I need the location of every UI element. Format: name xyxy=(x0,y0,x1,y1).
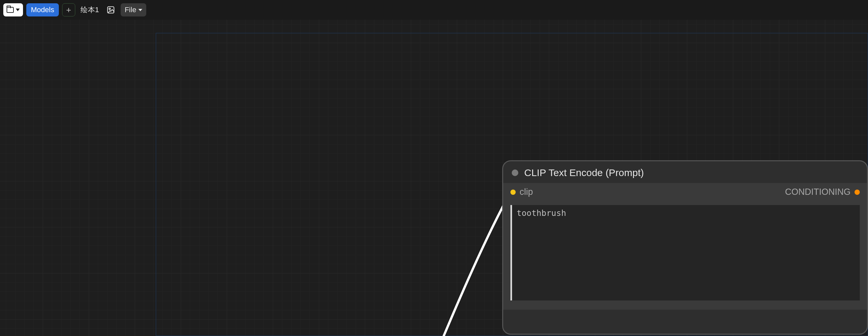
workflow-tab[interactable]: 绘本1 xyxy=(79,3,101,17)
workflow-tab-label: 绘本1 xyxy=(81,5,99,15)
svg-point-1 xyxy=(109,8,111,9)
port-dot-icon xyxy=(510,190,516,195)
node-output-conditioning[interactable]: CONDITIONING xyxy=(785,187,860,197)
port-label: CONDITIONING xyxy=(785,187,851,197)
node-input-clip[interactable]: clip xyxy=(510,187,533,197)
node-title: CLIP Text Encode (Prompt) xyxy=(524,167,644,178)
image-icon xyxy=(106,6,115,14)
models-label: Models xyxy=(31,6,54,14)
chevron-down-icon xyxy=(16,8,20,11)
chevron-down-icon xyxy=(138,9,142,11)
folder-menu-button[interactable] xyxy=(3,3,23,17)
port-dot-icon xyxy=(855,190,860,195)
node-header[interactable]: CLIP Text Encode (Prompt) xyxy=(503,161,867,183)
port-label: clip xyxy=(520,187,533,197)
file-menu-button[interactable]: File xyxy=(121,3,146,17)
prompt-textarea[interactable] xyxy=(510,205,860,301)
models-button[interactable]: Models xyxy=(26,3,59,17)
add-button[interactable]: + xyxy=(62,3,75,17)
node-collapse-dot-icon[interactable] xyxy=(512,169,518,176)
toolbar: Models + 绘本1 File xyxy=(0,0,868,20)
image-button[interactable] xyxy=(104,3,117,17)
folder-icon xyxy=(7,7,14,13)
clip-text-encode-node[interactable]: CLIP Text Encode (Prompt) clip CONDITION… xyxy=(502,160,868,335)
file-label: File xyxy=(125,6,136,14)
